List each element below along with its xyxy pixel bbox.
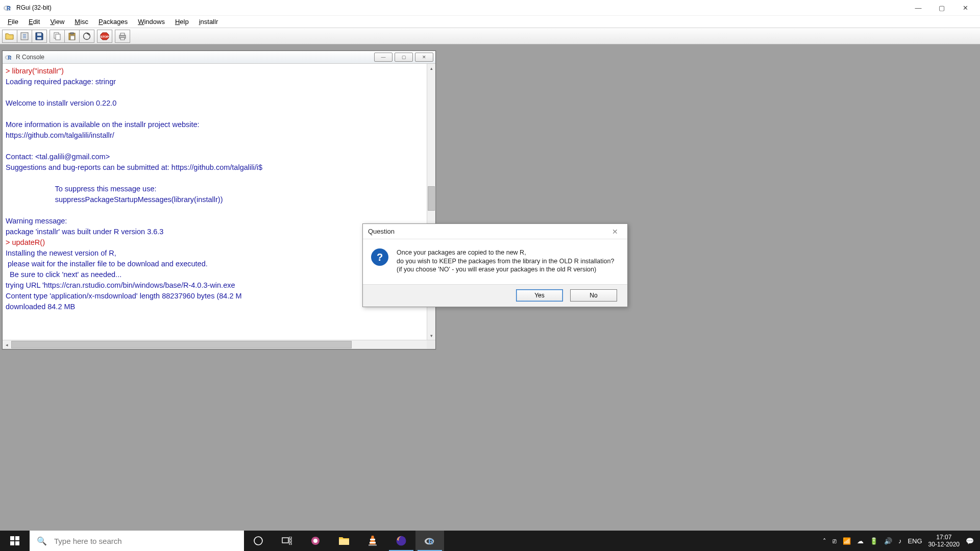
svg-rect-14 [120, 38, 125, 40]
window-controls: — ▢ ✕ [906, 0, 977, 15]
open-script-button[interactable] [2, 30, 17, 43]
language-indicator[interactable]: ENG [908, 537, 922, 545]
menu-file[interactable]: File [3, 17, 23, 27]
menu-view[interactable]: View [45, 17, 69, 27]
menu-packages[interactable]: Packages [94, 17, 132, 27]
scroll-down-icon[interactable]: ▾ [427, 331, 435, 340]
svg-rect-17 [10, 536, 14, 540]
svg-rect-31 [369, 544, 377, 546]
rgui-taskbar-icon[interactable] [415, 531, 444, 551]
console-title: R Console [16, 54, 374, 61]
menu-windows[interactable]: Windows [133, 17, 169, 27]
show-hidden-icon[interactable]: ˄ [823, 537, 826, 545]
menu-bar: File Edit View Misc Packages Windows Hel… [0, 15, 980, 28]
question-icon: ? [371, 248, 388, 266]
svg-rect-22 [282, 538, 288, 543]
svg-rect-4 [37, 37, 41, 39]
menu-help[interactable]: Help [170, 17, 193, 27]
cortana-button[interactable] [244, 531, 273, 551]
svg-rect-28 [339, 539, 349, 545]
tablet-mode-icon[interactable]: ⎚ [832, 537, 837, 545]
console-minimize-button[interactable]: — [374, 53, 393, 62]
load-workspace-button[interactable] [17, 30, 32, 43]
stop-button[interactable]: STOP [97, 30, 112, 43]
svg-rect-30 [370, 542, 376, 543]
maximize-button[interactable]: ▢ [930, 0, 953, 15]
windows-icon [10, 536, 19, 545]
svg-rect-9 [70, 36, 75, 40]
console-window-controls: — ▢ ✕ [374, 53, 433, 62]
svg-rect-13 [120, 33, 125, 35]
no-button[interactable]: No [570, 289, 617, 302]
scroll-thumb[interactable] [428, 186, 435, 211]
volume-icon[interactable]: 🔊 [884, 537, 892, 545]
titlebar[interactable]: RGui (32-bit) — ▢ ✕ [0, 0, 980, 15]
file-explorer-icon[interactable] [330, 531, 358, 551]
menu-edit[interactable]: Edit [24, 17, 44, 27]
svg-rect-24 [289, 540, 291, 542]
copy-paste-button[interactable] [79, 30, 94, 43]
svg-rect-20 [15, 541, 19, 545]
time-text: 17:07 [928, 534, 960, 541]
resize-grip[interactable] [427, 340, 435, 349]
menu-installr[interactable]: installr [194, 17, 223, 27]
search-icon: 🔍 [37, 536, 47, 546]
svg-point-21 [254, 537, 262, 545]
console-titlebar[interactable]: R Console — ▢ ✕ [3, 51, 435, 64]
window-title: RGui (32-bit) [16, 4, 906, 11]
yes-button[interactable]: Yes [516, 289, 563, 302]
r-logo-icon [5, 53, 13, 61]
taskbar-apps [244, 531, 444, 551]
start-button[interactable] [0, 531, 30, 551]
battery-icon[interactable]: 🔋 [870, 537, 878, 545]
print-button[interactable] [115, 30, 130, 43]
task-view-button[interactable] [273, 531, 301, 551]
clock[interactable]: 17:07 30-12-2020 [928, 534, 960, 548]
system-tray: ˄ ⎚ 📶 ☁ 🔋 🔊 ♪ ENG 17:07 30-12-2020 💬 [817, 531, 980, 551]
dialog-titlebar[interactable]: Question ✕ [363, 224, 627, 239]
svg-rect-29 [370, 539, 375, 540]
firefox-icon[interactable] [387, 531, 415, 551]
scroll-left-icon[interactable]: ◂ [3, 340, 11, 349]
vlc-icon[interactable] [358, 531, 387, 551]
dialog-title: Question [368, 228, 608, 235]
minimize-button[interactable]: — [906, 0, 930, 15]
svg-rect-6 [56, 34, 60, 40]
save-workspace-button[interactable] [32, 30, 47, 43]
taskbar-search[interactable]: 🔍 Type here to search [30, 531, 244, 551]
copy-button[interactable] [50, 30, 65, 43]
console-maximize-button[interactable]: ▢ [395, 53, 413, 62]
search-placeholder: Type here to search [54, 537, 122, 545]
svg-point-27 [313, 539, 317, 543]
r-logo-icon [3, 3, 12, 12]
dialog-body: ? Once your packages are copied to the n… [363, 239, 627, 284]
wifi-icon[interactable]: 📶 [843, 537, 851, 545]
svg-rect-3 [37, 33, 41, 36]
svg-rect-18 [15, 536, 19, 540]
close-button[interactable]: ✕ [953, 0, 977, 15]
scroll-up-icon[interactable]: ▴ [427, 64, 435, 72]
svg-rect-23 [289, 537, 291, 539]
svg-rect-25 [289, 543, 291, 545]
dialog-message: Once your packages are copied to the new… [397, 248, 614, 274]
question-dialog: Question ✕ ? Once your packages are copi… [362, 223, 628, 307]
onedrive-icon[interactable]: ☁ [857, 537, 864, 545]
hscroll-thumb[interactable] [11, 341, 352, 348]
svg-text:STOP: STOP [101, 35, 109, 38]
horizontal-scrollbar[interactable]: ◂ ▸ [3, 340, 435, 349]
action-center-icon[interactable]: 💬 [966, 537, 974, 545]
console-close-button[interactable]: ✕ [415, 53, 433, 62]
svg-rect-19 [10, 541, 14, 545]
svg-rect-8 [70, 33, 74, 34]
toolbar: STOP [0, 28, 980, 44]
jabra-icon[interactable]: ♪ [898, 537, 902, 545]
dialog-footer: Yes No [363, 284, 627, 307]
menu-misc[interactable]: Misc [70, 17, 93, 27]
date-text: 30-12-2020 [928, 541, 960, 548]
paste-button[interactable] [64, 30, 80, 43]
windows-taskbar: 🔍 Type here to search ˄ ⎚ 📶 ☁ 🔋 🔊 ♪ ENG … [0, 531, 980, 551]
dialog-close-button[interactable]: ✕ [608, 226, 622, 238]
greenshot-app-icon[interactable] [301, 531, 330, 551]
